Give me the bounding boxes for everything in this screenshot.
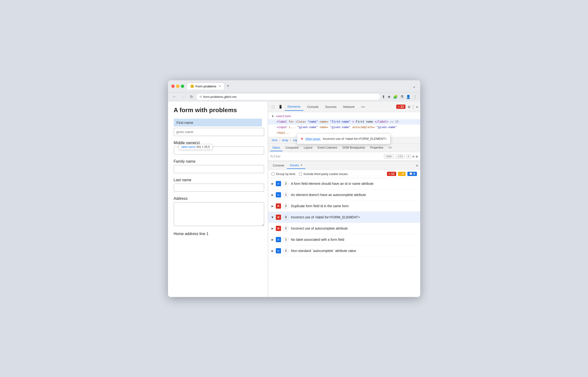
issue-icon-red-5: ✕: [276, 226, 281, 231]
element-tooltip: label.name 331 × 25.5: [179, 144, 213, 150]
address-section: Address: [174, 197, 262, 227]
hov-button[interactable]: :hov: [384, 154, 394, 159]
minimize-traffic-light[interactable]: [176, 84, 180, 88]
cls-button[interactable]: .cls: [395, 154, 405, 159]
last-name-input[interactable]: [174, 184, 264, 192]
bookmark-icon[interactable]: ★: [387, 94, 391, 99]
back-button[interactable]: ←: [171, 94, 178, 99]
tab-console[interactable]: Console: [304, 103, 321, 110]
tab-layout[interactable]: Layout: [302, 145, 315, 151]
settings-icon[interactable]: ⚙: [408, 105, 410, 109]
issue-row-5[interactable]: ▶ ✕ 2 Incorrect use of autocomplete attr…: [268, 223, 420, 234]
issue-row-7[interactable]: ▶ ≡ 2 Non-standard `autocomplete` attrib…: [268, 245, 420, 257]
third-party-input[interactable]: [299, 172, 302, 176]
expand-arrow-6[interactable]: ▶: [271, 238, 273, 241]
tab-more[interactable]: >>: [358, 103, 368, 110]
tab-network[interactable]: Network: [340, 103, 357, 110]
last-name-section: Last name: [174, 178, 262, 192]
devtools-more-icon[interactable]: ⋮: [411, 105, 415, 109]
tab-sources[interactable]: Sources: [322, 103, 339, 110]
url-text: form-problems.glitch.me: [204, 95, 237, 99]
warning-badge-icon: ⚠: [400, 172, 401, 176]
close-traffic-light[interactable]: [171, 84, 175, 88]
url-bar[interactable]: ⊙ form-problems.glitch.me: [196, 94, 380, 100]
computed-view-icon[interactable]: ⊟: [412, 154, 414, 158]
tab-dom-breakpoints[interactable]: DOM Breakpoints: [340, 145, 367, 151]
bottom-tab-console[interactable]: Console: [270, 162, 287, 169]
family-name-label: Family name: [174, 159, 262, 164]
family-name-input[interactable]: [174, 165, 264, 173]
html-attr-required: requi...: [277, 131, 291, 134]
issue-label-6: No label associated with a form field: [291, 238, 417, 241]
group-by-kind-checkbox[interactable]: Group by kind: [271, 172, 295, 176]
tab-styles-more[interactable]: >>: [386, 145, 394, 151]
html-tag-label-close: >: [352, 120, 354, 123]
html-val-first-name: "first-name": [330, 120, 351, 123]
address-label: Address: [174, 197, 262, 201]
expand-arrow-3[interactable]: ▶: [271, 205, 273, 208]
html-tag-label: <label: [277, 120, 289, 123]
profile-icon[interactable]: 👤: [406, 94, 411, 99]
third-party-label: Include third-party cookie issues: [303, 172, 348, 176]
tab-close-button[interactable]: ✕: [219, 85, 221, 88]
styles-filter-input[interactable]: [271, 155, 382, 158]
popup-view-issue-link[interactable]: View issue:: [305, 136, 321, 141]
extension-icon[interactable]: 🧩: [393, 94, 398, 99]
html-line-label[interactable]: <label for class= "name" name= "first-na…: [268, 119, 420, 125]
tab-elements[interactable]: Elements: [285, 103, 303, 111]
webpage-panel: label.name 331 × 25.5 A form with proble…: [168, 102, 268, 297]
third-party-checkbox[interactable]: Include third-party cookie issues: [299, 172, 348, 176]
add-style-button[interactable]: +: [406, 154, 411, 159]
html-tag-section: <section>: [276, 115, 291, 118]
error-count-badge[interactable]: ✕ 12: [396, 105, 406, 109]
html-val-autocomplete: "given-name": [376, 126, 397, 129]
issue-count-3: 2: [283, 203, 289, 209]
toolbar-icons: ⬆ ★ 🧩 ⚗ 👤 ⋮: [382, 94, 417, 99]
maximize-traffic-light[interactable]: [181, 84, 184, 88]
bc-body[interactable]: body: [281, 138, 290, 142]
forward-button[interactable]: →: [180, 94, 187, 99]
address-textarea[interactable]: [174, 202, 264, 226]
group-by-kind-label: Group by kind: [276, 172, 295, 176]
bc-html[interactable]: html: [271, 138, 279, 142]
browser-tab[interactable]: 😐 Form problems ✕: [187, 83, 224, 90]
inspect-button[interactable]: ⬚: [270, 104, 276, 110]
issue-row-2[interactable]: ▶ ≡ 1 An element doesn't have an autocom…: [268, 189, 420, 200]
tab-favicon: 😐: [190, 84, 194, 88]
expand-arrow-7[interactable]: ▶: [271, 249, 273, 252]
expand-arrow-5[interactable]: ▶: [271, 227, 273, 230]
bottom-tab-issues[interactable]: Issues ✕: [287, 162, 305, 169]
more-icon[interactable]: ⋮: [413, 94, 417, 99]
tab-menu-button[interactable]: ⌄: [411, 83, 417, 90]
group-by-kind-input[interactable]: [271, 172, 275, 176]
tab-styles[interactable]: Styles: [270, 145, 283, 151]
issue-row-1[interactable]: ▶ ≡ 2 A form field element should have a…: [268, 178, 420, 189]
new-tab-button[interactable]: +: [225, 83, 231, 90]
issue-count-4: 8: [283, 215, 289, 220]
tab-computed[interactable]: Computed: [283, 145, 301, 151]
first-name-input[interactable]: [174, 128, 264, 136]
first-name-label: First name: [174, 118, 262, 127]
issues-tab-close[interactable]: ✕: [300, 164, 303, 167]
tab-properties[interactable]: Properties: [368, 145, 386, 151]
expand-arrow-1[interactable]: ▶: [271, 182, 273, 185]
reload-button[interactable]: ↻: [189, 94, 194, 100]
traffic-lights: [171, 84, 184, 88]
filter-bar: :hov .cls + ⊟ ⊞: [268, 152, 420, 161]
error-badge-count: 12: [400, 105, 404, 108]
devtools-close-button[interactable]: ✕: [416, 105, 418, 109]
html-line-section: ▼ <section>: [268, 114, 420, 119]
share-icon[interactable]: ⬆: [382, 94, 385, 99]
bottom-panel-close[interactable]: ✕: [416, 163, 418, 168]
new-style-icon[interactable]: ⊞: [416, 154, 418, 158]
lab-icon[interactable]: ⚗: [400, 94, 404, 99]
expand-arrow-2[interactable]: ▶: [271, 193, 273, 197]
expand-triangle[interactable]: ▼: [272, 115, 274, 118]
device-button[interactable]: 📱: [277, 104, 284, 110]
error-badge: ✕ 12: [387, 172, 396, 176]
issue-row-6[interactable]: ▶ ≡ 1 No label associated with a form fi…: [268, 234, 420, 245]
tab-event-listeners[interactable]: Event Listeners: [315, 145, 340, 151]
issue-row-4[interactable]: ▶ ✕ 8 Incorrect use of <label for=FORM_E…: [268, 212, 420, 223]
expand-arrow-4[interactable]: ▶: [271, 216, 274, 218]
issue-row-3[interactable]: ▶ ✕ 2 Duplicate form field id in the sam…: [268, 200, 420, 212]
